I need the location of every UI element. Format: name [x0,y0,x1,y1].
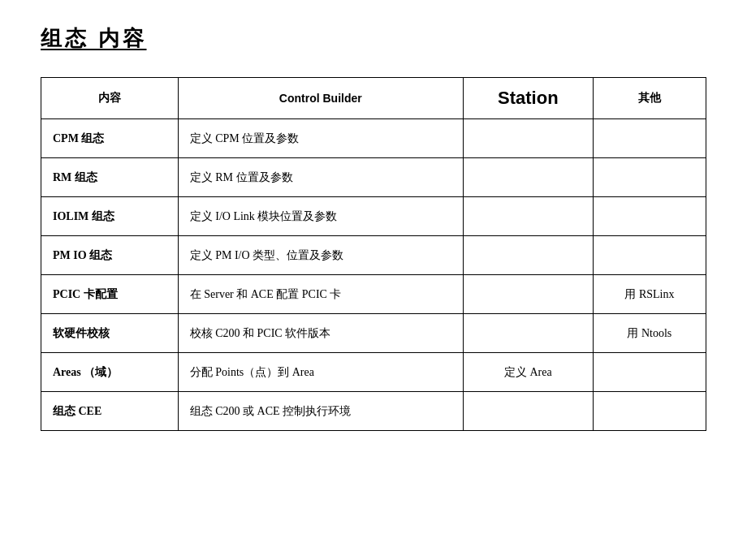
row-areas-station: 定义 Area [463,353,593,392]
row-check-other: 用 Ntools [593,314,706,353]
row-iolim-control-builder: 定义 I/O Link 模块位置及参数 [178,197,463,236]
table-wrapper: 内容 Control Builder Station 其他 CPM 组态定义 C… [41,77,706,431]
row-rm-other [593,158,706,197]
row-pcic-control-builder: 在 Server 和 ACE 配置 PCIC 卡 [178,275,463,314]
row-pcic-header: PCIC 卡配置 [41,275,179,314]
table-row: RM 组态定义 RM 位置及参数 [41,158,706,197]
row-cpm-station [463,119,593,158]
row-pcic-other: 用 RSLinx [593,275,706,314]
row-pm-io-header: PM IO 组态 [41,236,179,275]
table-body: CPM 组态定义 CPM 位置及参数RM 组态定义 RM 位置及参数IOLIM … [41,119,706,431]
row-cee-station [463,392,593,431]
row-iolim-header: IOLIM 组态 [41,197,179,236]
table-header-row: 内容 Control Builder Station 其他 [41,78,706,119]
table-row: CPM 组态定义 CPM 位置及参数 [41,119,706,158]
row-cee-other [593,392,706,431]
table-row: 软硬件校核校核 C200 和 PCIC 软件版本用 Ntools [41,314,706,353]
row-iolim-station [463,197,593,236]
row-rm-control-builder: 定义 RM 位置及参数 [178,158,463,197]
header-other: 其他 [593,78,706,119]
row-cpm-control-builder: 定义 CPM 位置及参数 [178,119,463,158]
row-cpm-other [593,119,706,158]
page-container: 组态 内容 内容 Control Builder Station 其他 CPM … [0,0,747,560]
row-cee-control-builder: 组态 C200 或 ACE 控制执行环境 [178,392,463,431]
row-pm-io-other [593,236,706,275]
table-row: PM IO 组态定义 PM I/O 类型、位置及参数 [41,236,706,275]
row-pm-io-station [463,236,593,275]
header-station: Station [463,78,593,119]
row-check-control-builder: 校核 C200 和 PCIC 软件版本 [178,314,463,353]
row-check-station [463,314,593,353]
header-content: 内容 [41,78,179,119]
row-areas-other [593,353,706,392]
table-row: Areas （域）分配 Points（点）到 Area定义 Area [41,353,706,392]
header-control-builder: Control Builder [178,78,463,119]
row-pm-io-control-builder: 定义 PM I/O 类型、位置及参数 [178,236,463,275]
table-row: PCIC 卡配置在 Server 和 ACE 配置 PCIC 卡用 RSLinx [41,275,706,314]
row-rm-station [463,158,593,197]
row-areas-control-builder: 分配 Points（点）到 Area [178,353,463,392]
row-cee-header: 组态 CEE [41,392,179,431]
page-title: 组态 内容 [41,24,706,53]
row-cpm-header: CPM 组态 [41,119,179,158]
table-row: 组态 CEE组态 C200 或 ACE 控制执行环境 [41,392,706,431]
row-rm-header: RM 组态 [41,158,179,197]
config-table: 内容 Control Builder Station 其他 CPM 组态定义 C… [41,77,706,431]
row-iolim-other [593,197,706,236]
row-check-header: 软硬件校核 [41,314,179,353]
table-row: IOLIM 组态定义 I/O Link 模块位置及参数 [41,197,706,236]
row-pcic-station [463,275,593,314]
row-areas-header: Areas （域） [41,353,179,392]
